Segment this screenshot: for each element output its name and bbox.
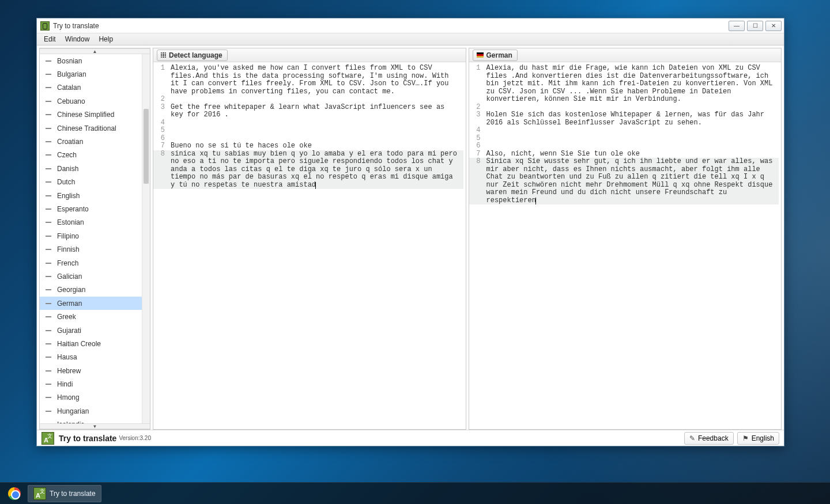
line-text[interactable]: sinica xq tu sabias muy bien q yo lo ama… bbox=[169, 150, 463, 190]
english-button[interactable]: English bbox=[737, 432, 779, 445]
titlebar[interactable]: Try to translate — ☐ ✕ bbox=[37, 18, 784, 33]
line-text[interactable] bbox=[485, 104, 779, 112]
detect-language-label: Detect language bbox=[169, 51, 222, 59]
language-item-chinese-traditional[interactable]: Chinese Traditional bbox=[40, 122, 150, 135]
language-item-hungarian[interactable]: Hungarian bbox=[40, 404, 150, 418]
language-item-bosnian[interactable]: Bosnian bbox=[40, 54, 150, 67]
language-item-greek[interactable]: Greek bbox=[40, 310, 150, 323]
pen-icon bbox=[689, 434, 695, 442]
line-number: 1 bbox=[469, 65, 485, 104]
language-item-cebuano[interactable]: Cebuano bbox=[40, 94, 150, 108]
line-text[interactable]: Holen Sie sich das kostenlose Whitepaper… bbox=[485, 111, 779, 127]
lang-glyph-icon bbox=[46, 411, 51, 412]
menu-help[interactable]: Help bbox=[94, 34, 118, 44]
lang-glyph-icon bbox=[46, 316, 51, 317]
taskbar-app-label: Try to translate bbox=[50, 490, 96, 498]
language-item-hausa[interactable]: Hausa bbox=[40, 351, 150, 364]
taskbar[interactable]: Try to translate bbox=[0, 482, 830, 504]
language-item-bulgarian[interactable]: Bulgarian bbox=[40, 67, 150, 81]
language-label: English bbox=[57, 192, 80, 200]
target-editor-body[interactable]: 1Alexia, du hast mir die Frage, wie kann… bbox=[469, 62, 782, 429]
line-text[interactable] bbox=[169, 135, 463, 143]
line-text[interactable]: Alexia, you've asked me how can I conver… bbox=[169, 65, 463, 96]
lang-glyph-icon bbox=[46, 154, 51, 156]
language-label: Haitian Creole bbox=[57, 340, 101, 348]
source-editor-panel: Detect language 1Alexia, you've asked me… bbox=[153, 48, 466, 430]
language-item-dutch[interactable]: Dutch bbox=[40, 176, 150, 189]
language-scrollbar[interactable] bbox=[142, 54, 150, 423]
language-item-hebrew[interactable]: Hebrew bbox=[40, 364, 150, 377]
menu-window[interactable]: Window bbox=[61, 34, 95, 44]
language-item-chinese-simplified[interactable]: Chinese Simplified bbox=[40, 108, 150, 122]
target-language-button[interactable]: German bbox=[473, 50, 518, 61]
app-icon bbox=[40, 21, 50, 31]
lang-glyph-icon bbox=[46, 263, 51, 264]
source-editor-body[interactable]: 1Alexia, you've asked me how can I conve… bbox=[153, 62, 466, 429]
language-item-german[interactable]: German bbox=[40, 297, 150, 310]
lang-glyph-icon bbox=[46, 276, 51, 277]
language-label: Cebuano bbox=[57, 97, 85, 105]
language-item-estonian[interactable]: Estonian bbox=[40, 216, 150, 229]
language-item-hmong[interactable]: Hmong bbox=[40, 391, 150, 404]
line-text[interactable] bbox=[169, 96, 463, 104]
status-version: Version:3.20 bbox=[119, 435, 151, 441]
line-text[interactable]: Alexia, du hast mir die Frage, wie kann … bbox=[485, 65, 779, 104]
lang-glyph-icon bbox=[46, 141, 51, 142]
text-cursor bbox=[535, 198, 536, 204]
lang-scroll-up[interactable]: ▲ bbox=[40, 48, 150, 54]
lang-glyph-icon bbox=[46, 303, 51, 304]
language-item-danish[interactable]: Danish bbox=[40, 162, 150, 175]
taskbar-chrome[interactable] bbox=[2, 485, 27, 502]
language-list[interactable]: BosnianBulgarianCatalanCebuanoChinese Si… bbox=[40, 54, 150, 423]
line-number: 1 bbox=[153, 65, 169, 96]
lang-glyph-icon bbox=[46, 60, 51, 62]
language-label: French bbox=[57, 259, 78, 267]
line-text[interactable]: Also, nicht, wenn Sie Sie tun ole oke bbox=[485, 150, 779, 158]
line-text[interactable] bbox=[169, 127, 463, 135]
language-item-english[interactable]: English bbox=[40, 189, 150, 202]
line-text[interactable]: Bueno no se si tú te haces ole oke bbox=[169, 142, 463, 150]
maximize-button[interactable]: ☐ bbox=[747, 21, 763, 31]
feedback-button[interactable]: Feedback bbox=[684, 432, 734, 445]
line-text[interactable]: Sinica xq Sie wusste sehr gut, q ich ihn… bbox=[485, 158, 779, 204]
line-number: 4 bbox=[153, 119, 169, 127]
language-item-georgian[interactable]: Georgian bbox=[40, 283, 150, 297]
language-label: Bosnian bbox=[57, 57, 82, 65]
detect-language-button[interactable]: Detect language bbox=[157, 50, 228, 61]
minimize-button[interactable]: — bbox=[729, 21, 745, 31]
language-item-french[interactable]: French bbox=[40, 256, 150, 270]
language-label: Hmong bbox=[57, 393, 80, 401]
scrollbar-thumb[interactable] bbox=[144, 109, 149, 184]
flag-icon bbox=[742, 434, 749, 442]
language-item-finnish[interactable]: Finnish bbox=[40, 242, 150, 256]
lang-glyph-icon bbox=[46, 101, 51, 102]
line-text[interactable] bbox=[485, 127, 779, 135]
language-label: Filipino bbox=[57, 232, 79, 240]
menu-edit[interactable]: Edit bbox=[39, 34, 61, 44]
line-text[interactable] bbox=[485, 142, 779, 150]
line-number: 3 bbox=[153, 104, 169, 119]
taskbar-app[interactable]: Try to translate bbox=[28, 485, 101, 502]
line-text[interactable] bbox=[485, 135, 779, 143]
language-item-galician[interactable]: Galician bbox=[40, 270, 150, 283]
language-item-catalan[interactable]: Catalan bbox=[40, 81, 150, 94]
language-item-icelandic[interactable]: Icelandic bbox=[40, 418, 150, 423]
language-item-gujarati[interactable]: Gujarati bbox=[40, 324, 150, 337]
lang-scroll-down[interactable]: ▼ bbox=[40, 423, 150, 429]
language-item-filipino[interactable]: Filipino bbox=[40, 229, 150, 242]
lang-glyph-icon bbox=[46, 168, 51, 169]
line-text[interactable] bbox=[169, 119, 463, 127]
language-item-haitian-creole[interactable]: Haitian Creole bbox=[40, 337, 150, 350]
language-label: German bbox=[57, 300, 82, 308]
language-item-hindi[interactable]: Hindi bbox=[40, 377, 150, 391]
line-number: 8 bbox=[153, 150, 169, 190]
line-number: 4 bbox=[469, 127, 485, 135]
language-item-czech[interactable]: Czech bbox=[40, 149, 150, 162]
line-text[interactable]: Get the free whitepaper & learn what Jav… bbox=[169, 104, 463, 119]
close-button[interactable]: ✕ bbox=[765, 21, 782, 31]
language-item-esperanto[interactable]: Esperanto bbox=[40, 202, 150, 215]
lang-glyph-icon bbox=[46, 249, 51, 250]
lang-glyph-icon bbox=[46, 181, 51, 183]
line-number: 8 bbox=[469, 158, 485, 204]
language-item-croatian[interactable]: Croatian bbox=[40, 135, 150, 148]
